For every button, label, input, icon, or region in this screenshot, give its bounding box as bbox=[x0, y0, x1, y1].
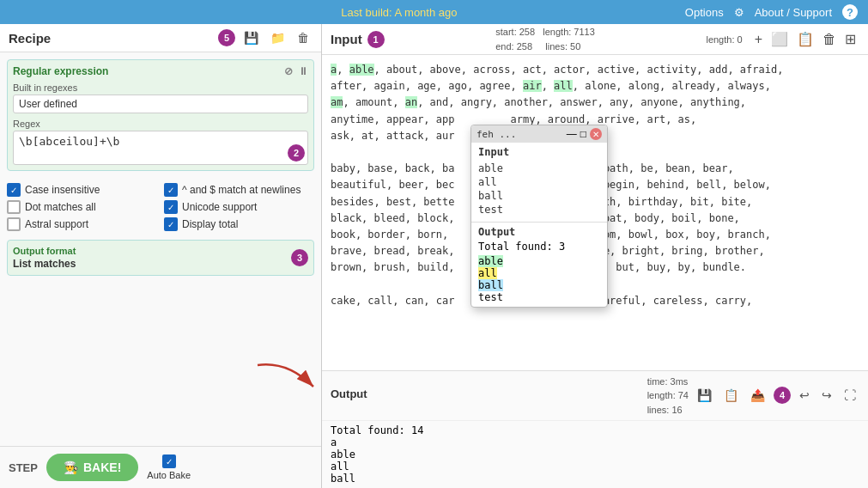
input-title-text: Input bbox=[331, 32, 362, 46]
cb-dot-matches-all-box[interactable] bbox=[7, 200, 21, 214]
output-stats-row: time: 3ms length: 74 lines: 16 💾 📋 📤 4 ↩… bbox=[647, 375, 859, 418]
save-button[interactable]: 💾 bbox=[240, 29, 262, 46]
popup-window-controls: — □ ✕ bbox=[567, 128, 602, 140]
popup-input-content: able all ball test bbox=[471, 160, 607, 222]
top-bar-right: Options ⚙ About / Support ? bbox=[685, 4, 858, 20]
output-undo-button[interactable]: ↩ bbox=[796, 387, 813, 404]
pause-icon[interactable]: ⏸ bbox=[298, 65, 308, 77]
popup-output-items: able all ball test bbox=[478, 255, 600, 303]
input-toolbar: length: 0 + ⬜ 📋 🗑 ⊞ bbox=[706, 29, 859, 49]
gear-icon[interactable]: ⚙ bbox=[734, 6, 744, 19]
cb-anchor-newlines[interactable]: ^ and $ match at newlines bbox=[164, 183, 314, 197]
cb-astral-box[interactable] bbox=[7, 217, 21, 231]
cb-display-total-label: Display total bbox=[182, 218, 238, 230]
bake-icon: 👨‍🍳 bbox=[64, 461, 78, 474]
input-stats: start: 258 length: 7113 end: 258 lines: … bbox=[495, 25, 595, 53]
output-save-button[interactable]: 💾 bbox=[694, 387, 715, 404]
popup-match-able: able bbox=[478, 255, 600, 267]
regex-input[interactable]: \b[abceilou]+\b bbox=[13, 131, 308, 165]
delete-input-button[interactable]: 🗑 bbox=[819, 30, 840, 49]
output-copy-button[interactable]: 📋 bbox=[720, 387, 742, 404]
output-paste-button[interactable]: 📤 bbox=[747, 387, 768, 404]
circle-2: 2 bbox=[288, 144, 305, 162]
about-link[interactable]: About / Support bbox=[755, 6, 832, 19]
cb-display-total-box[interactable] bbox=[164, 217, 178, 231]
popup-maximize-button[interactable]: □ bbox=[580, 128, 586, 140]
circle-5: 5 bbox=[218, 29, 235, 46]
disable-icon[interactable]: ⊘ bbox=[284, 65, 293, 77]
output-item-ball: ball bbox=[331, 473, 859, 485]
output-item-all: all bbox=[331, 461, 859, 473]
popup-input-able: able bbox=[478, 162, 600, 175]
folder-button[interactable]: 📁 bbox=[267, 29, 288, 46]
cb-display-total[interactable]: Display total bbox=[164, 217, 314, 231]
auto-bake-checkbox[interactable] bbox=[162, 454, 176, 468]
output-expand-button[interactable]: ⛶ bbox=[841, 387, 859, 404]
regex-section-icons: ⊘ ⏸ bbox=[284, 65, 308, 77]
popup-titlebar: feh ... — □ ✕ bbox=[471, 125, 607, 143]
output-title: Output bbox=[331, 387, 367, 400]
delete-button[interactable]: 🗑 bbox=[294, 29, 313, 46]
popup-input-test: test bbox=[478, 203, 600, 217]
grid-input-button[interactable]: ⊞ bbox=[841, 29, 859, 49]
checkbox-grid: Case insensitive ^ and $ match at newlin… bbox=[7, 183, 314, 231]
output-time-stats: time: 3ms length: 74 lines: 16 bbox=[647, 375, 689, 418]
cb-unicode-box[interactable] bbox=[164, 200, 178, 214]
options-link[interactable]: Options bbox=[685, 6, 724, 19]
popup-match-all: all bbox=[478, 267, 600, 279]
output-format-value[interactable]: List matches bbox=[13, 258, 284, 270]
output-format-section: Output format List matches 3 bbox=[7, 240, 314, 276]
cb-unicode[interactable]: Unicode support bbox=[164, 200, 314, 214]
auto-bake-section: Auto Bake bbox=[147, 454, 191, 480]
popup-input-title: Input bbox=[471, 143, 607, 160]
bottom-bar: STEP 👨‍🍳 BAKE! Auto Bake bbox=[0, 446, 321, 488]
add-input-button[interactable]: + bbox=[751, 30, 766, 49]
cb-dot-matches-all[interactable]: Dot matches all bbox=[7, 200, 157, 214]
recipe-title: Recipe bbox=[9, 31, 51, 46]
output-redo-button[interactable]: ↪ bbox=[818, 387, 835, 404]
step-label: STEP bbox=[9, 461, 38, 474]
popup-close-button[interactable]: ✕ bbox=[590, 128, 602, 140]
cb-case-insensitive[interactable]: Case insensitive bbox=[7, 183, 157, 197]
bake-label: BAKE! bbox=[83, 461, 121, 474]
left-panel: Recipe 5 💾 📁 🗑 Regular expression ⊘ ⏸ Bu… bbox=[0, 24, 322, 488]
output-item-able: able bbox=[331, 448, 859, 461]
popup-input-ball: ball bbox=[478, 189, 600, 203]
popup-output-total: Total found: 3 bbox=[478, 241, 600, 253]
regex-section: Regular expression ⊘ ⏸ Built in regexes … bbox=[7, 59, 314, 171]
cb-astral[interactable]: Astral support bbox=[7, 217, 157, 231]
output-content: Total found: 14 a able all ball bbox=[322, 421, 868, 488]
cb-case-insensitive-label: Case insensitive bbox=[25, 184, 100, 196]
open-input-button[interactable]: ⬜ bbox=[768, 29, 792, 49]
built-in-label: Built in regexes bbox=[13, 82, 308, 93]
help-icon[interactable]: ? bbox=[842, 4, 858, 20]
popup-title: feh ... bbox=[476, 129, 516, 140]
auto-bake-label: Auto Bake bbox=[147, 470, 191, 480]
paste-input-button[interactable]: 📋 bbox=[793, 29, 817, 49]
built-in-value[interactable]: User defined bbox=[13, 95, 308, 113]
input-title-group: Input 1 bbox=[331, 31, 385, 48]
output-section: Output time: 3ms length: 74 lines: 16 💾 … bbox=[322, 370, 868, 489]
circle-1: 1 bbox=[367, 31, 385, 48]
last-build-label: Last build: A month ago bbox=[341, 6, 457, 19]
popup-input-all: all bbox=[478, 175, 600, 189]
popup-match-ball: ball bbox=[478, 279, 600, 291]
cb-anchor-newlines-box[interactable] bbox=[164, 183, 178, 197]
recipe-icons: 5 💾 📁 🗑 bbox=[218, 29, 313, 46]
arrow-indicator bbox=[253, 357, 322, 400]
regex-section-title: Regular expression ⊘ ⏸ bbox=[13, 65, 308, 77]
popup-match-test: test bbox=[478, 291, 600, 303]
output-items-list: a able all ball bbox=[331, 436, 859, 485]
popup-output-title: Output bbox=[478, 226, 600, 238]
popup-output-section: Output Total found: 3 able all ball test bbox=[471, 222, 607, 307]
output-format-label: Output format bbox=[13, 246, 284, 256]
cb-astral-label: Astral support bbox=[25, 218, 88, 230]
popup-minimize-button[interactable]: — bbox=[567, 128, 577, 140]
cb-case-insensitive-box[interactable] bbox=[7, 183, 21, 197]
output-item-a: a bbox=[331, 436, 859, 448]
recipe-header: Recipe 5 💾 📁 🗑 bbox=[0, 24, 321, 52]
regex-label: Regex bbox=[13, 119, 308, 129]
circle-4: 4 bbox=[774, 387, 791, 404]
cb-anchor-newlines-label: ^ and $ match at newlines bbox=[182, 184, 300, 196]
bake-button[interactable]: 👨‍🍳 BAKE! bbox=[46, 454, 138, 481]
